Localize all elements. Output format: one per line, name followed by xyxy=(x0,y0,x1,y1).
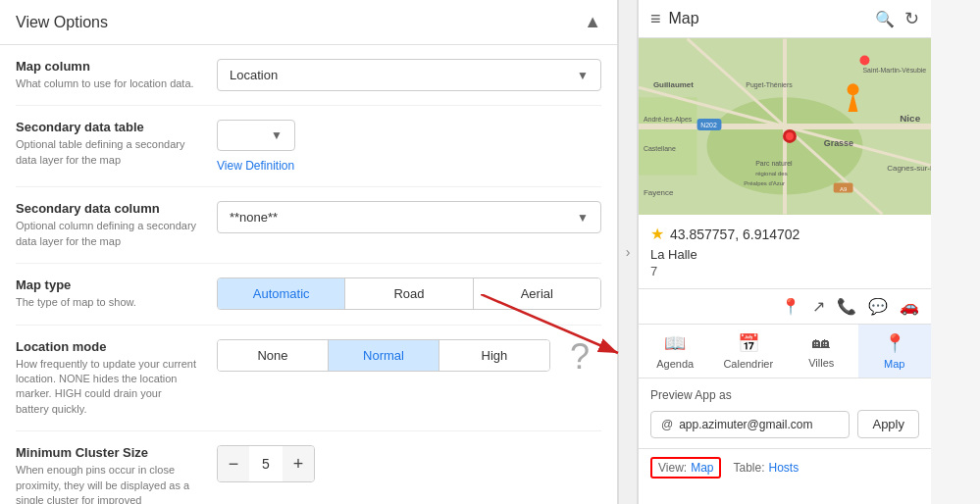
map-column-label: Map column What column to use for locati… xyxy=(16,59,197,91)
panel-resize-handle[interactable]: › xyxy=(618,0,638,504)
coords-text: 43.857757, 6.914702 xyxy=(670,227,799,242)
map-image[interactable]: N202 A9 Guillaumet Saint-Martin-Vésubie … xyxy=(639,38,931,215)
right-panel: ≡ Map 🔍 ↻ N202 xyxy=(638,0,931,504)
handle-arrow-icon: › xyxy=(626,244,631,260)
secondary-column-desc: Optional column defining a secondary dat… xyxy=(16,219,197,249)
stepper-increment[interactable]: + xyxy=(283,446,314,481)
map-type-label: Map type The type of map to show. xyxy=(16,277,197,310)
map-type-desc: The type of map to show. xyxy=(16,295,197,310)
bottom-bar: View: Map Table: Hosts xyxy=(639,449,931,486)
svg-text:Parc naturel: Parc naturel xyxy=(755,160,793,167)
map-type-title: Map type xyxy=(16,277,197,292)
secondary-table-desc: Optional table defining a secondary data… xyxy=(16,137,197,168)
location-mode-segmented: None Normal High xyxy=(217,339,550,372)
svg-rect-2 xyxy=(639,97,697,175)
svg-point-27 xyxy=(859,55,869,65)
secondary-column-dropdown[interactable]: **none** ▼ xyxy=(217,201,601,233)
svg-text:Grasse: Grasse xyxy=(824,138,853,148)
seg-automatic[interactable]: Automatic xyxy=(218,278,345,309)
map-coords: ★ 43.857757, 6.914702 xyxy=(650,225,919,243)
phone-icon[interactable]: 📞 xyxy=(837,297,856,316)
tab-calendrier[interactable]: 📅 Calendrier xyxy=(712,325,786,378)
svg-text:Cagnes-sur-Mer: Cagnes-sur-Mer xyxy=(887,164,931,173)
location-mode-row: Location mode How frequently to update y… xyxy=(16,326,601,432)
secondary-table-label: Secondary data table Optional table defi… xyxy=(16,120,197,168)
tab-map[interactable]: 📍 Map xyxy=(858,325,932,378)
chat-icon[interactable]: 💬 xyxy=(868,297,888,316)
map-type-segmented: Automatic Road Aerial xyxy=(217,277,601,310)
svg-text:Préalpes d'Azur: Préalpes d'Azur xyxy=(744,180,785,186)
min-cluster-size-row: Minimum Cluster Size When enough pins oc… xyxy=(16,431,601,504)
tab-calendrier-label: Calendrier xyxy=(723,358,773,370)
seg-aerial[interactable]: Aerial xyxy=(474,278,600,309)
pin-icon[interactable]: 📍 xyxy=(781,297,800,316)
car-icon[interactable]: 🚗 xyxy=(900,297,919,316)
calendrier-icon: 📅 xyxy=(738,332,759,354)
secondary-table-control: ▼ View Definition xyxy=(217,120,601,173)
location-mode-desc: How frequently to update your current lo… xyxy=(16,357,197,418)
apply-button[interactable]: Apply xyxy=(857,410,919,438)
collapse-button[interactable]: ▲ xyxy=(584,12,601,32)
refresh-icon[interactable]: ↻ xyxy=(904,8,919,29)
stepper-decrement[interactable]: − xyxy=(218,446,249,481)
cluster-stepper: − 5 + xyxy=(217,445,315,482)
preview-section: Preview App as @ app.azimuter@gmail.com … xyxy=(639,378,931,449)
preview-email-field[interactable]: @ app.azimuter@gmail.com xyxy=(650,411,850,438)
view-label: View: xyxy=(658,461,687,475)
secondary-column-title: Secondary data column xyxy=(16,201,197,216)
svg-point-24 xyxy=(786,132,794,140)
map-action-icons: 📍 ↗ 📞 💬 🚗 xyxy=(639,289,931,325)
preview-email-text: app.azimuter@gmail.com xyxy=(679,418,812,431)
tab-villes-label: Villes xyxy=(808,357,834,369)
secondary-column-control: **none** ▼ xyxy=(217,201,601,233)
place-name: La Halle xyxy=(650,247,919,262)
secondary-column-value: **none** xyxy=(230,210,278,225)
svg-text:A9: A9 xyxy=(840,186,848,192)
email-at-icon: @ xyxy=(661,418,673,431)
map-header-actions: 🔍 ↻ xyxy=(875,8,919,29)
map-column-row: Map column What column to use for locati… xyxy=(16,45,601,106)
question-mark-icon: ? xyxy=(558,339,601,375)
view-value: Map xyxy=(691,461,713,475)
svg-point-26 xyxy=(848,83,859,95)
preview-label: Preview App as xyxy=(650,388,919,402)
svg-text:André-les-Alpes: André-les-Alpes xyxy=(644,116,693,124)
secondary-column-label: Secondary data column Optional column de… xyxy=(16,201,197,249)
table-label: Table: xyxy=(733,461,764,475)
tab-villes[interactable]: 🏘 Villes xyxy=(785,325,858,378)
map-type-row: Map type The type of map to show. Automa… xyxy=(16,264,601,325)
secondary-data-column-row: Secondary data column Optional column de… xyxy=(16,187,601,264)
search-icon[interactable]: 🔍 xyxy=(875,10,895,28)
svg-text:Nice: Nice xyxy=(900,113,920,124)
seg-road[interactable]: Road xyxy=(345,278,473,309)
villes-icon: 🏘 xyxy=(812,332,830,353)
min-cluster-label: Minimum Cluster Size When enough pins oc… xyxy=(16,445,197,504)
hamburger-icon[interactable]: ≡ xyxy=(650,9,661,29)
location-mode-label: Location mode How frequently to update y… xyxy=(16,339,197,418)
tab-agenda[interactable]: 📖 Agenda xyxy=(639,325,712,378)
dropdown-arrow-icon: ▼ xyxy=(577,69,589,82)
tab-map-label: Map xyxy=(884,358,904,370)
share-icon[interactable]: ↗ xyxy=(812,297,825,316)
table-value: Hosts xyxy=(769,461,799,475)
stepper-value: 5 xyxy=(249,456,283,472)
place-number: 7 xyxy=(650,264,919,278)
seg-none[interactable]: None xyxy=(218,340,329,371)
map-column-desc: What column to use for location data. xyxy=(16,76,197,91)
preview-email-row: @ app.azimuter@gmail.com Apply xyxy=(650,410,919,438)
secondary-data-table-row: Secondary data table Optional table defi… xyxy=(16,106,601,187)
map-column-dropdown[interactable]: Location ▼ xyxy=(217,59,601,91)
panel-title: View Options xyxy=(16,14,108,31)
seg-high[interactable]: High xyxy=(439,340,549,371)
location-mode-title: Location mode xyxy=(16,339,197,354)
min-cluster-control: − 5 + xyxy=(217,445,601,482)
min-cluster-desc: When enough pins occur in close proximit… xyxy=(16,463,197,504)
secondary-table-dropdown[interactable]: ▼ xyxy=(217,120,295,151)
map-column-title: Map column xyxy=(16,59,197,74)
tab-agenda-label: Agenda xyxy=(656,358,694,370)
panel-content: Map column What column to use for locati… xyxy=(0,45,617,504)
star-icon: ★ xyxy=(650,225,664,243)
seg-normal[interactable]: Normal xyxy=(329,340,439,371)
view-definition-link[interactable]: View Definition xyxy=(217,159,601,173)
map-type-control: Automatic Road Aerial xyxy=(217,277,601,310)
